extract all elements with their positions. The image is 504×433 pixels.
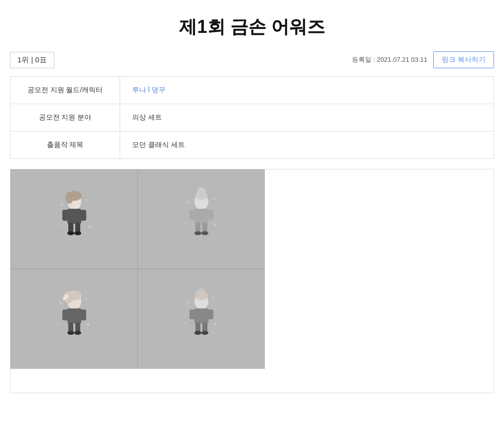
field-value-title: 모던 클래식 세트 (120, 132, 494, 159)
svg-text:✦: ✦ (58, 300, 63, 307)
rank-votes-badge: 1위 | 0표 (10, 52, 54, 68)
svg-point-29 (201, 231, 208, 235)
svg-point-60 (194, 331, 201, 335)
svg-text:✦: ✦ (57, 223, 60, 228)
svg-text:✦: ✦ (59, 201, 64, 208)
field-value-category: 의상 세트 (120, 104, 494, 132)
meta-right: 등록일 : 2021.07.21 03:11 링크 복사하기 (352, 51, 494, 68)
field-value-world-character[interactable]: 루나 l 댕꾸 (120, 77, 494, 104)
image-cell-3: ✦ ✦ ✦ ✦ ✦ (10, 269, 138, 369)
svg-rect-57 (207, 309, 213, 319)
page-title: 제1회 금손 어워즈 (10, 15, 494, 39)
image-scroll-area[interactable]: ✦ ✦ ✦ ✦ ✦ (10, 169, 494, 393)
svg-point-13 (67, 231, 74, 235)
svg-point-61 (201, 331, 208, 335)
svg-point-54 (197, 289, 205, 296)
field-label-world-character: 공모전 지원 월드/캐릭터 (10, 77, 120, 104)
field-label-category: 공모전 지원 분야 (10, 104, 120, 132)
table-row: 공모전 지원 분야 의상 세트 (10, 104, 494, 132)
svg-text:✦: ✦ (212, 320, 218, 328)
svg-text:✦: ✦ (211, 295, 215, 300)
svg-point-39 (63, 297, 66, 300)
image-cell-1: ✦ ✦ ✦ ✦ ✦ (10, 169, 138, 269)
table-row: 공모전 지원 월드/캐릭터 루나 l 댕꾸 (10, 77, 494, 104)
svg-text:✦: ✦ (84, 296, 88, 301)
svg-text:✦: ✦ (185, 299, 190, 306)
svg-point-7 (65, 192, 73, 204)
svg-text:✦: ✦ (85, 321, 91, 329)
svg-text:✦: ✦ (84, 197, 88, 203)
meta-bar: 1위 | 0표 등록일 : 2021.07.21 03:11 링크 복사하기 (10, 51, 494, 68)
svg-text:✦: ✦ (213, 221, 218, 228)
image-cell-4: ✦ ✦ ✦ ✦ ✦ (138, 269, 265, 369)
svg-rect-24 (189, 210, 195, 220)
character-2: ✦ ✦ ✦ ✦ ✦ (181, 187, 221, 252)
image-grid: ✦ ✦ ✦ ✦ ✦ (10, 169, 265, 369)
svg-rect-41 (62, 309, 68, 320)
registration-date: 등록일 : 2021.07.21 03:11 (352, 55, 427, 64)
svg-point-14 (74, 231, 81, 235)
svg-rect-56 (189, 309, 195, 319)
character-4: ✦ ✦ ✦ ✦ ✦ (181, 287, 221, 351)
svg-point-46 (74, 331, 81, 335)
svg-rect-9 (62, 210, 68, 221)
info-table: 공모전 지원 월드/캐릭터 루나 l 댕꾸 공모전 지원 분야 의상 세트 출품… (10, 76, 494, 159)
svg-text:✦: ✦ (185, 199, 190, 206)
image-cell-2: ✦ ✦ ✦ ✦ ✦ (138, 169, 265, 269)
svg-point-22 (197, 187, 206, 196)
svg-text:✦: ✦ (56, 322, 60, 326)
svg-rect-40 (67, 308, 81, 323)
svg-text:✦: ✦ (183, 321, 187, 325)
image-section: ✦ ✦ ✦ ✦ ✦ (10, 169, 494, 393)
svg-rect-25 (207, 210, 213, 220)
table-row: 출품작 제목 모던 클래식 세트 (10, 132, 494, 159)
svg-rect-55 (194, 308, 208, 323)
field-label-title: 출품작 제목 (10, 132, 120, 159)
link-copy-button[interactable]: 링크 복사하기 (433, 51, 494, 68)
svg-point-45 (67, 331, 74, 335)
svg-point-28 (194, 231, 201, 235)
svg-rect-23 (194, 209, 208, 224)
character-3: ✦ ✦ ✦ ✦ ✦ (54, 287, 94, 351)
svg-text:✦: ✦ (212, 196, 216, 202)
svg-rect-10 (80, 210, 86, 221)
svg-text:✦: ✦ (87, 223, 93, 231)
svg-text:✦: ✦ (184, 221, 187, 225)
svg-rect-42 (80, 309, 86, 320)
svg-rect-8 (67, 209, 81, 224)
character-1: ✦ ✦ ✦ ✦ ✦ (54, 187, 94, 252)
